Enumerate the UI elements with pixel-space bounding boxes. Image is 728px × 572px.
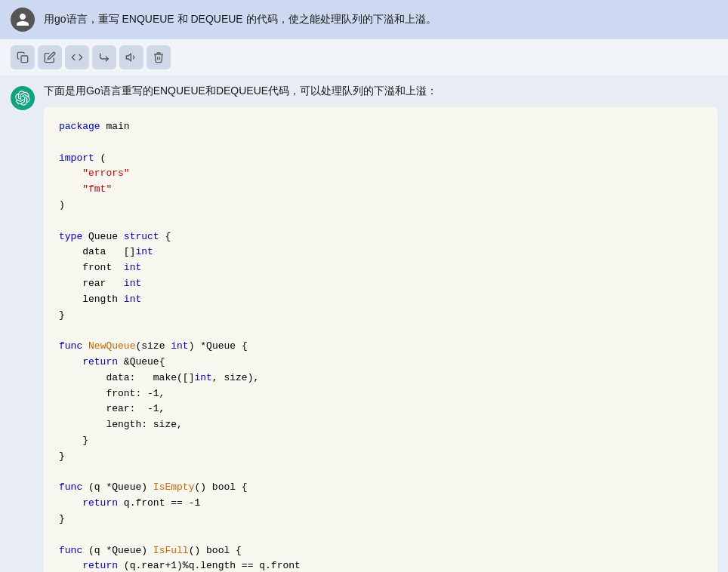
copy-button[interactable] (11, 45, 35, 69)
forward-button[interactable] (92, 45, 116, 69)
code-line-18: front: -1, (59, 386, 702, 402)
toolbar (0, 39, 728, 75)
svg-rect-0 (21, 56, 28, 63)
assistant-section: 下面是用Go语言重写的ENQUEUE和DEQUEUE代码，可以处理队列的下溢和上… (0, 75, 728, 572)
code-line-14 (59, 323, 702, 339)
code-block: package main import ( "errors" "fmt" ) t… (44, 107, 717, 572)
code-line-24: func (q *Queue) IsEmpty() bool { (59, 480, 702, 496)
code-line-23 (59, 465, 702, 481)
code-line-20: length: size, (59, 417, 702, 433)
user-icon (15, 12, 30, 27)
code-line-5: "fmt" (59, 182, 702, 198)
code-button[interactable] (65, 45, 89, 69)
code-line-6: ) (59, 198, 702, 214)
code-line-16: return &Queue{ (59, 355, 702, 371)
assistant-avatar (11, 86, 35, 110)
code-line-21: } (59, 433, 702, 449)
code-line-1: package main (59, 119, 702, 135)
code-line-22: } (59, 449, 702, 465)
code-line-13: } (59, 308, 702, 324)
assistant-intro: 下面是用Go语言重写的ENQUEUE和DEQUEUE代码，可以处理队列的下溢和上… (44, 85, 717, 98)
code-line-25: return q.front == -1 (59, 496, 702, 512)
audio-button[interactable] (119, 45, 143, 69)
code-line-11: rear int (59, 276, 702, 292)
code-line-8: type Queue struct { (59, 229, 702, 245)
code-line-28: func (q *Queue) IsFull() bool { (59, 543, 702, 559)
user-message-bar: 用go语言，重写 ENQUEUE 和 DEQUEUE 的代码，使之能处理队列的下… (0, 0, 728, 39)
user-message-text: 用go语言，重写 ENQUEUE 和 DEQUEUE 的代码，使之能处理队列的下… (44, 13, 436, 26)
code-line-2 (59, 135, 702, 151)
code-line-10: front int (59, 260, 702, 276)
code-line-7 (59, 214, 702, 229)
edit-button[interactable] (38, 45, 62, 69)
code-line-17: data: make([]int, size), (59, 371, 702, 386)
code-line-27 (59, 527, 702, 543)
code-line-19: rear: -1, (59, 401, 702, 417)
code-line-12: length int (59, 292, 702, 308)
code-line-26: } (59, 512, 702, 527)
delete-button[interactable] (147, 45, 171, 69)
openai-icon (15, 91, 30, 106)
code-line-4: "errors" (59, 166, 702, 182)
assistant-content: 下面是用Go语言重写的ENQUEUE和DEQUEUE代码，可以处理队列的下溢和上… (44, 85, 717, 572)
code-line-15: func NewQueue(size int) *Queue { (59, 339, 702, 355)
code-line-3: import ( (59, 151, 702, 167)
code-line-9: data []int (59, 244, 702, 260)
svg-marker-1 (126, 54, 131, 60)
user-avatar (11, 8, 35, 32)
code-line-29: return (q.rear+1)%q.length == q.front (59, 558, 702, 572)
